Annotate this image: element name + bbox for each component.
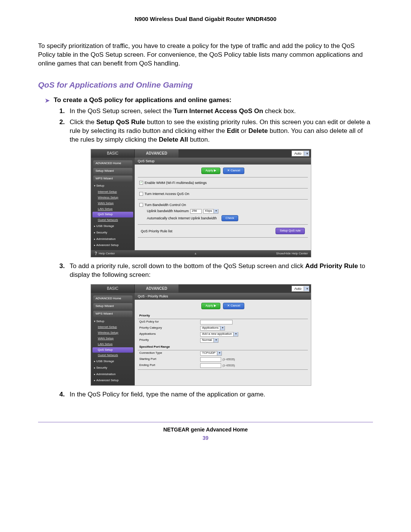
chevron-down-icon: ▾ (233, 332, 238, 336)
sidebar-administration[interactable]: Administration (91, 236, 135, 243)
priority-rules-screenshot: BASIC ADVANCED Auto▾ ADVANCED Home Setup… (91, 284, 311, 386)
autocheck-label: Automatically check Internet Uplink band… (147, 216, 217, 220)
sidebar-qos-setup[interactable]: QoS Setup (92, 347, 133, 353)
language-select[interactable]: Auto▾ (292, 150, 309, 157)
wmm-label: Enable WMM (Wi-Fi multimedia) settings (145, 181, 207, 185)
sidebar-setup-group[interactable]: Setup (91, 183, 135, 189)
step-4: In the QoS Policy for field, type the na… (67, 390, 373, 399)
procedure-title-text: To create a QoS policy for applications … (54, 96, 231, 105)
category-select[interactable]: Applications▾ (200, 326, 225, 331)
panel-title: QoS Setup (135, 158, 311, 165)
sidebar-wireless-setup[interactable]: Wireless Setup (91, 195, 135, 201)
rule-list-label: QoS Priority Rule list (141, 229, 172, 233)
tab-advanced[interactable]: ADVANCED (135, 149, 178, 158)
showhide-help-link[interactable]: Show/Hide Help Center (276, 252, 308, 256)
sidebar-usb-storage[interactable]: USB Storage (91, 358, 135, 365)
sidebar-setup-wizard[interactable]: Setup Wizard (93, 168, 132, 174)
port-range-header: Specified Port Range (138, 343, 308, 350)
sidebar-advanced-setup[interactable]: Advanced Setup (91, 242, 135, 249)
sidebar-advanced-setup[interactable]: Advanced Setup (91, 377, 135, 384)
sidebar-lan-setup[interactable]: LAN Setup (91, 342, 135, 347)
step-3: To add a priority rule, scroll down to t… (67, 262, 373, 386)
sidebar-advanced-home[interactable]: ADVANCED Home (93, 160, 132, 167)
cancel-button[interactable]: ✕ Cancel (223, 168, 244, 174)
setup-qos-rule-button[interactable]: Setup QoS rule (276, 228, 305, 234)
document-footer: NETGEAR genie Advanced Home 39 (38, 426, 373, 442)
section-heading: QoS for Applications and Online Gaming (38, 80, 373, 90)
chevron-down-icon: ▾ (220, 326, 225, 330)
priority-select[interactable]: Normal▾ (200, 338, 218, 343)
bandwidth-checkbox[interactable]: ✓ (139, 203, 143, 207)
ending-port-label: Ending Port (139, 363, 200, 367)
chevron-down-icon: ▾ (213, 209, 218, 213)
apply-button[interactable]: Apply ▶ (201, 168, 220, 174)
sidebar-lan-setup[interactable]: LAN Setup (91, 206, 135, 212)
sidebar-wan-setup[interactable]: WAN Setup (91, 201, 135, 206)
sidebar-internet-setup[interactable]: Internet Setup (91, 324, 135, 330)
sidebar: ADVANCED Home Setup Wizard WPS Wizard Se… (91, 293, 135, 385)
tab-bar: BASIC ADVANCED Auto▾ (91, 149, 311, 158)
step-2: Click the Setup QoS Rule button to see t… (67, 118, 373, 257)
qos-on-checkbox[interactable]: ✓ (139, 192, 143, 196)
ending-port-input[interactable] (200, 363, 221, 368)
uplink-units-select[interactable]: Kbps▾ (203, 209, 218, 214)
main-panel: QoS Setup Apply ▶ ✕ Cancel ✓ Enable WMM … (135, 158, 311, 250)
category-label: Priority Category (139, 326, 200, 330)
starting-port-label: Starting Port (139, 357, 200, 361)
priority-label: Priority (139, 338, 200, 342)
sidebar-usb-storage[interactable]: USB Storage (91, 223, 135, 230)
arrow-icon: ➤ (45, 97, 50, 104)
main-panel: QoS - Priority Rules Apply ▶ ✕ Cancel Pr… (135, 293, 311, 385)
resize-grip-icon: ▲ (194, 252, 197, 256)
sidebar-setup-group[interactable]: Setup (91, 318, 135, 325)
sidebar-security[interactable]: Security (91, 230, 135, 236)
connection-type-label: Connection Type (139, 351, 200, 355)
tab-advanced[interactable]: ADVANCED (135, 284, 178, 293)
uplink-input[interactable]: 256 (190, 209, 202, 214)
starting-port-input[interactable] (200, 357, 221, 362)
tab-basic[interactable]: BASIC (91, 284, 135, 293)
panel-title: QoS - Priority Rules (135, 293, 311, 300)
chevron-down-icon: ▾ (304, 151, 309, 156)
priority-header: Priority (138, 312, 308, 319)
cancel-button[interactable]: ✕ Cancel (223, 303, 244, 309)
bandwidth-label: Turn Bandwidth Control On (145, 203, 186, 207)
tab-basic[interactable]: BASIC (91, 149, 135, 158)
chevron-down-icon: ▾ (217, 351, 221, 355)
sidebar-wireless-setup[interactable]: Wireless Setup (91, 330, 135, 336)
sidebar-administration[interactable]: Administration (91, 371, 135, 378)
sidebar-wan-setup[interactable]: WAN Setup (91, 336, 135, 342)
tab-bar: BASIC ADVANCED Auto▾ (91, 284, 311, 293)
sidebar-advanced-home[interactable]: ADVANCED Home (93, 296, 132, 302)
policy-for-label: QoS Policy for (139, 320, 200, 324)
chevron-down-icon: ▾ (304, 286, 309, 291)
sidebar-guest-network[interactable]: Guest Network (91, 353, 135, 358)
sidebar-security[interactable]: Security (91, 365, 135, 371)
qos-on-label: Turn Internet Access QoS On (145, 192, 189, 196)
page-divider (38, 422, 373, 422)
sidebar-qos-setup[interactable]: QoS Setup (92, 212, 133, 217)
panel-footer: Help Center ▲ Show/Hide Help Center (91, 250, 311, 257)
policy-for-input[interactable] (200, 320, 233, 324)
sidebar-internet-setup[interactable]: Internet Setup (91, 189, 135, 195)
help-center-link[interactable]: Help Center (94, 252, 115, 256)
uplink-label: Uplink bandwidth Maximum (147, 209, 189, 213)
chevron-down-icon: ▾ (213, 338, 218, 342)
sidebar: ADVANCED Home Setup Wizard WPS Wizard Se… (91, 158, 135, 250)
wmm-checkbox[interactable]: ✓ (139, 181, 143, 185)
language-select[interactable]: Auto▾ (292, 286, 309, 292)
applications-select[interactable]: Add a new application▾ (200, 332, 238, 337)
connection-type-select[interactable]: TCP/UDP▾ (200, 351, 222, 356)
sidebar-wps-wizard[interactable]: WPS Wizard (93, 176, 132, 182)
port-range-hint: (1~65535) (223, 358, 235, 361)
intro-paragraph: To specify prioritization of traffic, yo… (38, 42, 373, 68)
sidebar-setup-wizard[interactable]: Setup Wizard (93, 303, 132, 310)
page-number: 39 (38, 435, 373, 442)
sidebar-guest-network[interactable]: Guest Network (91, 217, 135, 223)
apply-button[interactable]: Apply ▶ (201, 303, 220, 309)
footer-title: NETGEAR genie Advanced Home (38, 426, 373, 433)
check-button[interactable]: Check (221, 215, 239, 222)
applications-label: Applications (139, 332, 200, 336)
sidebar-wps-wizard[interactable]: WPS Wizard (93, 311, 132, 317)
qos-setup-screenshot: BASIC ADVANCED Auto▾ ADVANCED Home Setup… (91, 149, 311, 257)
